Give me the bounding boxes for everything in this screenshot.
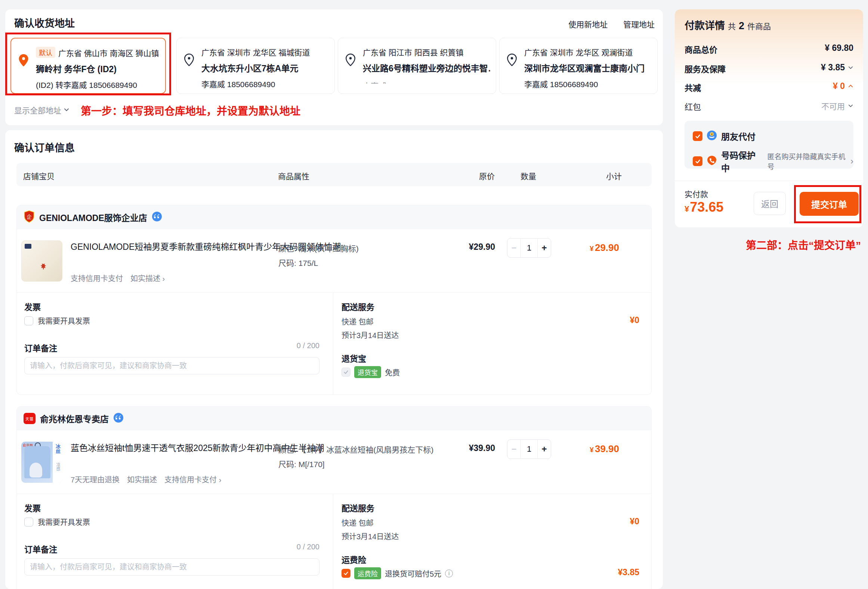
note-char-counter: 0 / 200 — [297, 543, 319, 551]
tmall-icon: 天猫 — [24, 413, 35, 424]
store-header: 企 GENIOLAMODE服饰企业店 — [17, 205, 651, 229]
address-links: 使用新地址 管理地址 — [555, 18, 655, 30]
item-count: 2 — [739, 20, 744, 32]
invoice-checkbox[interactable] — [24, 518, 33, 527]
shirt-label-decoration — [25, 244, 31, 249]
product-size: 尺码: M[/170] — [278, 457, 433, 472]
payment-options-box: ¥ 朋友代付 号码保护中 匿名购买并隐藏真实手机号 › — [685, 121, 853, 169]
quantity-value[interactable]: 1 — [521, 239, 537, 257]
address-contact: 李嘉威 18506689490 — [201, 78, 330, 89]
note-char-counter: 0 / 200 — [297, 341, 319, 350]
column-subtotal: 小计 — [577, 170, 622, 181]
quantity-increase-button[interactable]: + — [537, 440, 551, 458]
column-price: 原价 — [457, 170, 495, 181]
product-image[interactable] — [21, 240, 62, 282]
address-detail: 狮岭村 务华F仓 (ID2) — [36, 62, 161, 75]
quantity-decrease-button[interactable]: − — [507, 440, 521, 458]
invoice-option[interactable]: 我需要开具发票 — [24, 516, 90, 527]
return-service-badge: 退货宝 — [354, 366, 381, 378]
location-pin-outline-icon — [183, 53, 195, 68]
order-note-input[interactable] — [24, 357, 319, 374]
payment-panel: 付款详情 共 2 件商品 商品总价 ¥ 69.80 服务及保障 ¥ 3.85 共… — [675, 9, 863, 227]
delivery-fee: ¥0 — [630, 516, 639, 527]
product-tags-link[interactable]: 7天无理由退换 如实描述 支持信用卡支付 › — [71, 474, 221, 485]
product-row: 俞兆林 冰丝 凉感 蓝色冰丝短袖t恤男速干透气衣服2025新款青少年初中高中生半… — [17, 430, 651, 494]
svg-text:¥: ¥ — [711, 132, 713, 136]
note-title-row: 订单备注 0 / 200 — [24, 543, 319, 555]
quantity-increase-button[interactable]: + — [537, 239, 551, 257]
address-region: 默认广东省 佛山市 南海区 狮山镇 — [36, 47, 161, 58]
freight-insurance-fee: ¥3.85 — [618, 567, 639, 577]
quantity-stepper: − 1 + — [507, 238, 551, 258]
column-attributes: 商品属性 — [278, 170, 309, 181]
manage-address-link[interactable]: 管理地址 — [623, 20, 655, 29]
invoice-checkbox[interactable] — [24, 316, 33, 325]
number-protection-checkbox[interactable] — [693, 156, 702, 166]
quantity-value[interactable]: 1 — [521, 440, 537, 458]
address-detail: 深圳市龙华区观澜富士康南小门 — [524, 61, 653, 74]
number-protection-desc[interactable]: 匿名购买并隐藏真实手机号 — [767, 151, 846, 171]
quantity-stepper: − 1 + — [507, 439, 551, 459]
chevron-down-icon[interactable] — [848, 101, 853, 110]
delivery-method: 快递 包邮 — [342, 316, 374, 327]
address-card[interactable]: 广东省 阳江市 阳西县 织篢镇 兴业路6号精科塑业旁边的悦丰智… 李嘉威 185… — [338, 38, 496, 94]
store-header: 天猫 俞兆林佐恩专卖店 — [17, 407, 651, 430]
phone-shield-icon — [707, 155, 717, 167]
column-shop-item: 店铺宝贝 — [23, 170, 55, 181]
invoice-title: 发票 — [24, 300, 41, 312]
image-side-label: 冰丝 — [54, 444, 61, 454]
freight-insurance-checkbox[interactable] — [342, 569, 350, 578]
invoice-and-note: 发票 我需要开具发票 订单备注 0 / 200 — [24, 494, 325, 589]
step2-annotation: 第二部：点击“提交订单” — [675, 237, 861, 252]
store-section-geniolamode: 企 GENIOLAMODE服饰企业店 GENIOLAMODE短袖男夏季新款重磅纯… — [16, 205, 652, 395]
address-card-default[interactable]: 默认广东省 佛山市 南海区 狮山镇 狮岭村 务华F仓 (ID2) (ID2) 转… — [10, 38, 166, 94]
return-service-checkbox[interactable] — [342, 368, 350, 377]
order-note-input[interactable] — [24, 558, 319, 576]
chat-icon[interactable] — [113, 412, 124, 424]
note-title-row: 订单备注 0 / 200 — [24, 341, 319, 353]
row-total-discount[interactable]: 共减 ¥ 0 — [685, 81, 853, 92]
delivery-and-service: 配送服务 快递 包邮 ¥0 预计3月14日送达 运费险 运费险 退换货可赔付5元… — [333, 494, 652, 589]
address-detail: 兴业路6号精科塑业旁边的悦丰智… — [363, 61, 491, 74]
address-detail: 大水坑东升小区7栋A单元 — [201, 61, 330, 74]
invoice-title: 发票 — [24, 501, 41, 513]
chevron-down-icon[interactable] — [848, 62, 853, 73]
product-attributes: 颜色: 浅米(枫叶红胸标) 尺码: 175/L — [278, 241, 359, 270]
chevron-up-icon[interactable] — [848, 81, 853, 91]
chat-icon[interactable] — [152, 211, 162, 223]
friend-pay-icon: ¥ — [707, 130, 717, 142]
row-red-packet[interactable]: 红包 不可用 — [685, 100, 853, 111]
column-quantity: 数量 — [510, 170, 547, 181]
info-icon[interactable]: i — [445, 570, 453, 577]
return-service-row: 退货宝 免费 — [342, 366, 400, 378]
order-table-header: 店铺宝贝 商品属性 原价 数量 小计 — [16, 163, 652, 186]
submit-order-button[interactable]: 提交订单 — [800, 192, 859, 216]
friend-pay-label: 朋友代付 — [721, 130, 756, 142]
arrow-right-icon[interactable]: › — [850, 156, 853, 166]
quantity-decrease-button[interactable]: − — [507, 239, 521, 257]
delivery-eta: 预计3月14日送达 — [342, 531, 399, 542]
store-section-yuzhaolin: 天猫 俞兆林佐恩专卖店 俞兆林 冰丝 凉感 蓝色冰丝短袖t恤男速干透气衣服202… — [16, 406, 652, 589]
number-protection-label: 号码保护中 — [721, 148, 761, 174]
product-attributes: 颜色: 【1件】冰蓝冰丝短袖(风扇男孩左下标) 尺码: M[/170] — [278, 442, 433, 472]
store-name-link[interactable]: GENIOLAMODE服饰企业店 — [39, 211, 147, 224]
friend-pay-checkbox[interactable] — [693, 131, 702, 141]
product-subtotal: ¥29.90 — [562, 242, 619, 254]
product-subtotal: ¥39.90 — [562, 443, 619, 455]
number-protection-option: 号码保护中 匿名购买并隐藏真实手机号 › — [693, 148, 853, 174]
invoice-option[interactable]: 我需要开具发票 — [24, 315, 90, 326]
product-tags-link[interactable]: 支持信用卡支付 如实描述 › — [71, 273, 165, 283]
use-new-address-link[interactable]: 使用新地址 — [568, 20, 608, 29]
row-service-guarantee[interactable]: 服务及保障 ¥ 3.85 — [685, 62, 853, 74]
address-card[interactable]: 广东省 深圳市 龙华区 福城街道 大水坑东升小区7栋A单元 李嘉威 185066… — [176, 38, 335, 94]
figure-decoration — [30, 463, 42, 478]
product-image[interactable]: 俞兆林 冰丝 凉感 — [21, 442, 62, 483]
store-footer: 发票 我需要开具发票 订单备注 0 / 200 配送服务 快递 包邮 ¥0 — [17, 494, 651, 589]
address-card[interactable]: 广东省 深圳市 龙华区 观澜街道 深圳市龙华区观澜富士康南小门 李嘉威 1850… — [499, 38, 658, 94]
store-name-link[interactable]: 俞兆林佐恩专卖店 — [40, 412, 109, 425]
back-button[interactable]: 返回 — [754, 192, 786, 215]
divider — [675, 181, 863, 181]
address-contact: (ID2) 转李嘉威 18506689490 — [36, 79, 161, 90]
default-badge: 默认 — [36, 47, 55, 58]
show-all-addresses-toggle[interactable]: 显示全部地址 — [14, 104, 69, 116]
